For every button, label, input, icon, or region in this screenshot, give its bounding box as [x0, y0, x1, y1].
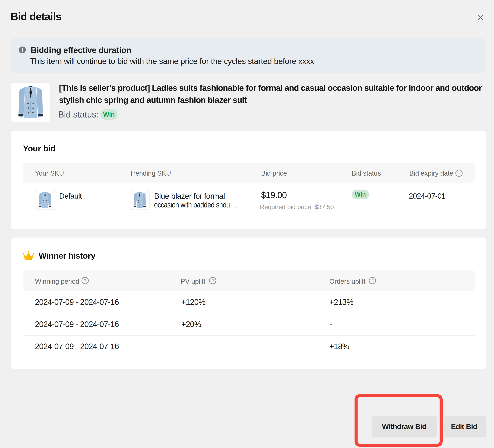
svg-text:?: ?: [84, 278, 86, 283]
svg-text:?: ?: [211, 278, 214, 283]
svg-text:?: ?: [458, 171, 460, 176]
svg-text:?: ?: [371, 278, 374, 283]
